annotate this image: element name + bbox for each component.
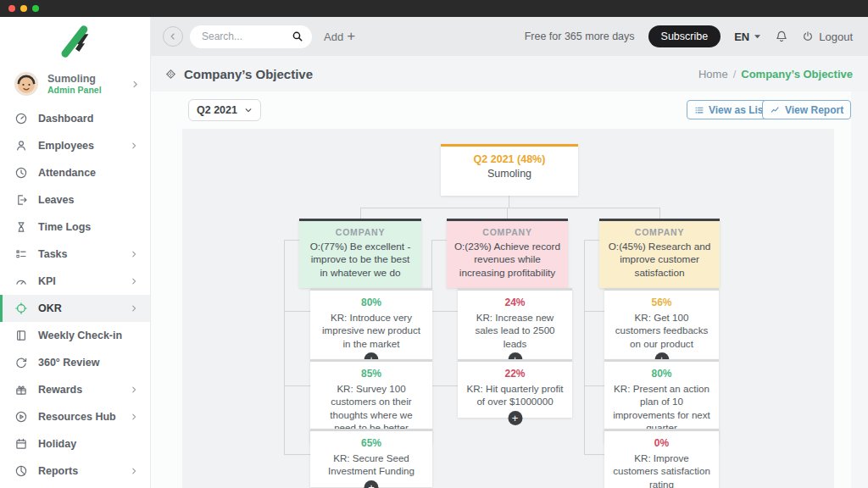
sidebar-item-rewards[interactable]: Rewards — [0, 376, 150, 403]
objective-text: O:(77%) Be excellent - improve to be the… — [306, 241, 415, 280]
kr-percent: 85% — [318, 368, 425, 380]
objective-diamond-icon — [164, 68, 177, 80]
add-button[interactable]: Add + — [324, 28, 355, 45]
key-result-node[interactable]: 0% KR: Improve customers satisfaction ra… — [604, 429, 719, 488]
plus-icon: + — [347, 28, 355, 45]
sidebar-item-360-review[interactable]: 360° Review — [0, 349, 150, 376]
list-icon — [694, 105, 704, 115]
sidebar-item-label: Holiday — [38, 438, 150, 450]
sidebar-item-label: Reports — [38, 465, 130, 477]
sidebar-item-reports[interactable]: Reports — [0, 458, 150, 485]
search-bar[interactable] — [190, 25, 312, 48]
page-title: Company’s Objective — [164, 67, 313, 81]
maximize-window-icon[interactable] — [32, 5, 39, 12]
arrow-left-icon — [168, 31, 178, 42]
okr-tree-panel: Q2 2021 (48%) Sumoling COMPANY O:(77%) B… — [182, 129, 834, 488]
chevron-right-icon — [131, 80, 140, 89]
kr-percent: 22% — [465, 368, 565, 380]
sync-icon — [14, 356, 28, 369]
key-result-node[interactable]: 24% KR: Increase new sales lead to 2500 … — [458, 288, 572, 359]
add-child-button[interactable]: + — [364, 480, 379, 488]
sidebar-item-label: Time Logs — [38, 221, 150, 233]
breadcrumb-home[interactable]: Home — [698, 68, 728, 80]
view-as-list-button[interactable]: View as List — [687, 100, 774, 119]
chevron-right-icon — [130, 467, 138, 475]
connector-line — [284, 454, 310, 455]
breadcrumb-current[interactable]: Company’s Objective — [741, 68, 853, 80]
scroll-gutter — [851, 92, 868, 488]
sidebar-item-time-logs[interactable]: Time Logs — [0, 214, 150, 241]
kr-percent: 80% — [612, 368, 711, 380]
root-node-title: Q2 2021 (48%) — [448, 153, 571, 165]
add-button-label: Add — [324, 30, 343, 43]
sidebar-item-label: Tasks — [38, 248, 130, 260]
minimize-window-icon[interactable] — [20, 5, 27, 12]
sidebar-item-label: OKR — [38, 302, 130, 314]
brand-logo-icon — [57, 23, 94, 60]
notebook-icon — [14, 329, 28, 342]
sidebar-item-label: Employees — [38, 140, 130, 152]
kr-text: KR: Secure Seed Investment Funding — [318, 452, 425, 478]
sidebar-item-weekly-check-in[interactable]: Weekly Check-in — [0, 322, 150, 349]
user-profile[interactable]: Sumoling Admin Panel — [0, 66, 150, 105]
sidebar-item-attendance[interactable]: Attendance — [0, 159, 150, 186]
kr-percent: 65% — [318, 437, 425, 449]
bell-icon — [775, 30, 788, 43]
people-icon — [14, 139, 28, 152]
notifications-button[interactable] — [775, 30, 788, 43]
connector-line — [360, 208, 660, 208]
company-objective-node[interactable]: COMPANY O:(45%) Research and improve cus… — [599, 219, 720, 288]
sidebar-item-dashboard[interactable]: Dashboard — [0, 105, 150, 132]
key-result-node[interactable]: 56% KR: Get 100 customers feedbacks on o… — [604, 288, 719, 359]
sidebar-item-leaves[interactable]: Leaves — [0, 186, 150, 214]
sidebar-item-kpi[interactable]: KPI — [0, 268, 150, 295]
search-icon[interactable] — [292, 30, 303, 42]
leave-icon — [14, 193, 28, 207]
kr-percent: 80% — [318, 297, 425, 308]
language-selector[interactable]: EN — [734, 30, 761, 43]
connector-line — [584, 240, 599, 241]
user-role: Admin Panel — [47, 85, 131, 95]
sidebar-item-label: Dashboard — [38, 113, 150, 125]
sidebar-item-resources-hub[interactable]: Resources Hub — [0, 403, 150, 430]
period-dropdown[interactable]: Q2 2021 — [188, 99, 261, 121]
sidebar-item-holiday[interactable]: Holiday — [0, 430, 150, 458]
logout-button[interactable]: Logout — [802, 30, 853, 43]
sidebar-item-okr[interactable]: OKR — [0, 295, 150, 322]
connector-line — [284, 240, 299, 241]
company-objective-node[interactable]: COMPANY O:(23%) Achieve record revenues … — [447, 219, 568, 288]
connector-line — [584, 311, 604, 312]
sidebar-item-tasks[interactable]: Tasks — [0, 241, 150, 268]
hourglass-icon — [14, 220, 28, 234]
page-title-band: Company’s Objective Home / Company’s Obj… — [151, 56, 868, 92]
view-report-button[interactable]: View Report — [762, 100, 851, 119]
kr-text: KR: Introduce very impresive new product… — [318, 311, 425, 350]
sidebar-item-label: KPI — [38, 275, 130, 287]
company-tag: COMPANY — [453, 227, 561, 237]
view-report-label: View Report — [785, 104, 843, 116]
sidebar-item-employees[interactable]: Employees — [0, 132, 150, 159]
chevron-down-icon — [244, 106, 253, 114]
search-input[interactable] — [202, 30, 292, 42]
play-circle-icon — [14, 410, 28, 424]
close-window-icon[interactable] — [8, 5, 15, 12]
key-result-node[interactable]: 65% KR: Secure Seed Investment Funding + — [310, 429, 432, 487]
tree-root-node[interactable]: Q2 2021 (48%) Sumoling — [441, 144, 578, 196]
connector-line — [584, 385, 604, 386]
connector-line — [507, 208, 508, 219]
subscribe-button[interactable]: Subscribe — [648, 25, 721, 47]
caret-down-icon — [754, 34, 761, 40]
tasks-icon — [14, 247, 28, 261]
add-child-button[interactable]: + — [508, 411, 522, 425]
key-result-node[interactable]: 22% KR: Hit quarterly profit of over $10… — [458, 359, 572, 418]
back-button[interactable] — [163, 26, 183, 47]
connector-line — [431, 240, 447, 241]
kr-percent: 0% — [612, 437, 711, 449]
calendar-icon — [14, 437, 28, 451]
user-name: Sumoling — [47, 73, 131, 85]
clock-icon — [14, 166, 28, 180]
key-result-node[interactable]: 80% KR: Introduce very impresive new pro… — [310, 288, 432, 359]
company-objective-node[interactable]: COMPANY O:(77%) Be excellent - improve t… — [299, 219, 421, 288]
app-logo[interactable] — [0, 17, 150, 66]
kr-text: KR: Survey 100 customers on their though… — [318, 382, 425, 434]
